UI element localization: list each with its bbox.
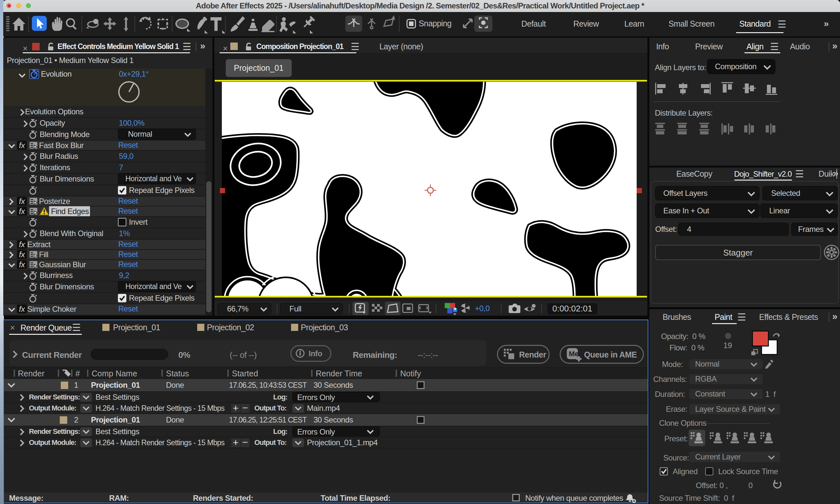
svg-text:Me: Me — [569, 350, 579, 358]
